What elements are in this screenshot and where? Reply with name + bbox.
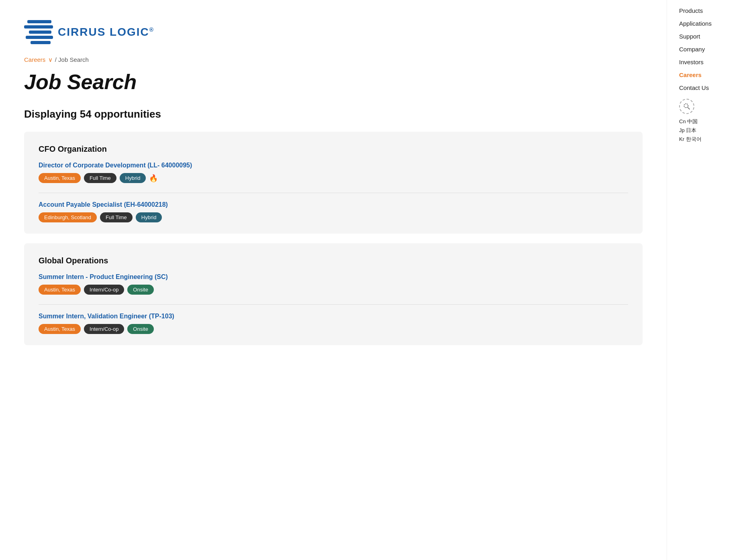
nav-item-applications[interactable]: Applications <box>679 20 743 27</box>
tag-0-0-1: Full Time <box>84 173 116 183</box>
job-listing-1-1: Summer Intern, Validation Engineer (TP-1… <box>39 313 628 334</box>
logo-text: CIRRUS LOGIC® <box>58 26 154 39</box>
job-tags-0-1: Edinburgh, ScotlandFull TimeHybrid <box>39 212 628 222</box>
tag-1-0-2: Onsite <box>127 285 154 295</box>
breadcrumb-root[interactable]: Careers <box>24 56 45 63</box>
tag-0-1-1: Full Time <box>100 212 133 222</box>
breadcrumb-separator: / <box>55 56 57 63</box>
job-card-1: Global OperationsSummer Intern - Product… <box>24 243 643 345</box>
chevron-icon: ∨ <box>48 56 54 63</box>
site-header: CIRRUS LOGIC® <box>24 12 643 56</box>
nav-link-support[interactable]: Support <box>679 33 700 40</box>
tag-1-1-1: Intern/Co-op <box>84 324 124 334</box>
main-content: CIRRUS LOGIC® Careers ∨ / Job Search Job… <box>0 0 667 379</box>
nav-link-company[interactable]: Company <box>679 46 705 53</box>
breadcrumb-current: Job Search <box>58 56 89 63</box>
tag-1-0-1: Intern/Co-op <box>84 285 124 295</box>
nav-link-products[interactable]: Products <box>679 7 703 14</box>
svg-line-1 <box>688 108 690 110</box>
job-title-link-0-0[interactable]: Director of Corporate Development (LL- 6… <box>39 162 628 169</box>
job-title-link-1-0[interactable]: Summer Intern - Product Engineering (SC) <box>39 273 628 281</box>
job-title-link-0-1[interactable]: Account Payable Specialist (EH-64000218) <box>39 201 628 208</box>
tag-1-1-0: Austin, Texas <box>39 324 81 334</box>
breadcrumb: Careers ∨ / Job Search <box>24 56 643 63</box>
job-title-link-1-1[interactable]: Summer Intern, Validation Engineer (TP-1… <box>39 313 628 320</box>
tag-0-1-0: Edinburgh, Scotland <box>39 212 97 222</box>
page-title: Job Search <box>24 71 643 94</box>
tag-1-0-0: Austin, Texas <box>39 285 81 295</box>
nav-link-careers[interactable]: Careers <box>679 71 702 78</box>
job-group-title-0: CFO Organization <box>39 145 628 154</box>
job-listing-0-1: Account Payable Specialist (EH-64000218)… <box>39 201 628 222</box>
logo-stripes-icon <box>24 20 53 44</box>
lang-jp[interactable]: Jp 日本 <box>679 127 743 134</box>
nav-link-contact[interactable]: Contact Us <box>679 84 709 91</box>
nav-link-investors[interactable]: Investors <box>679 59 704 65</box>
nav-list: Products Applications Support Company In… <box>679 7 743 92</box>
job-tags-1-0: Austin, TexasIntern/Co-opOnsite <box>39 285 628 295</box>
svg-point-0 <box>684 104 688 108</box>
job-listing-1-0: Summer Intern - Product Engineering (SC)… <box>39 273 628 295</box>
nav-item-support[interactable]: Support <box>679 33 743 40</box>
nav-item-products[interactable]: Products <box>679 7 743 14</box>
search-icon-button[interactable] <box>679 99 694 114</box>
display-count: Displaying 54 opportunities <box>24 108 643 120</box>
job-divider <box>39 193 628 193</box>
job-listing-0-0: Director of Corporate Development (LL- 6… <box>39 162 628 183</box>
nav-item-company[interactable]: Company <box>679 46 743 53</box>
nav-item-investors[interactable]: Investors <box>679 59 743 66</box>
logo: CIRRUS LOGIC® <box>24 20 154 44</box>
job-card-0: CFO OrganizationDirector of Corporate De… <box>24 132 643 234</box>
nav-link-applications[interactable]: Applications <box>679 20 712 27</box>
tag-0-1-2: Hybrid <box>136 212 162 222</box>
lang-cn[interactable]: Cn 中国 <box>679 118 743 125</box>
main-nav: Products Applications Support Company In… <box>667 0 755 379</box>
language-links: Cn 中国 Jp 日本 Kr 한국어 <box>679 118 743 143</box>
job-cards-container: CFO OrganizationDirector of Corporate De… <box>24 132 643 345</box>
job-divider <box>39 304 628 305</box>
lang-kr[interactable]: Kr 한국어 <box>679 136 743 143</box>
hot-job-icon: 🔥 <box>149 174 158 183</box>
job-tags-1-1: Austin, TexasIntern/Co-opOnsite <box>39 324 628 334</box>
tag-0-0-2: Hybrid <box>120 173 146 183</box>
tag-1-1-2: Onsite <box>127 324 154 334</box>
job-tags-0-0: Austin, TexasFull TimeHybrid🔥 <box>39 173 628 183</box>
tag-0-0-0: Austin, Texas <box>39 173 81 183</box>
job-group-title-1: Global Operations <box>39 256 628 265</box>
nav-item-careers[interactable]: Careers <box>679 71 743 79</box>
nav-item-contact[interactable]: Contact Us <box>679 84 743 92</box>
